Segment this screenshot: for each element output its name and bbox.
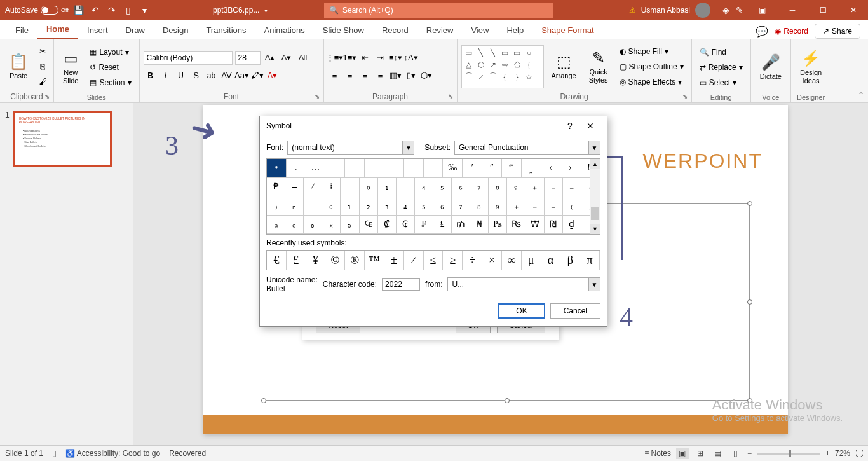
dialog-titlebar[interactable]: Symbol ? ✕ [260,116,607,135]
recent-symbol-cell[interactable]: ™ [365,251,384,270]
symbol-cell[interactable]: ₍ [563,196,581,215]
symbol-cell[interactable]: ₇ [452,196,470,215]
symbol-cell[interactable]: ₃ [378,196,397,215]
symbol-cell[interactable]: ₤ [433,216,452,234]
reset-button[interactable]: ↺ Reset [86,60,135,74]
replace-button[interactable]: ⇄ Replace ▾ [696,60,747,74]
language-icon[interactable]: ▯ [52,449,57,458]
symbol-cell[interactable]: ₆ [433,196,452,215]
record-button[interactable]: ◉ Record [775,27,808,36]
quick-styles-button[interactable]: ✎Quick Styles [584,45,613,89]
symbol-cell[interactable]: ₈ [489,178,507,196]
symbol-cell[interactable]: ₔ [341,216,359,234]
recent-symbol-cell[interactable]: ≥ [443,251,463,270]
close-dialog-icon[interactable]: ✕ [580,121,600,131]
symbol-cell[interactable]: ⁞ [322,178,341,196]
layout-button[interactable]: ▦ Layout ▾ [86,45,135,59]
recent-symbol-cell[interactable]: ≤ [424,251,444,270]
symbol-cell[interactable]: ₥ [452,216,470,234]
autosave-toggle[interactable]: AutoSave Off [5,6,69,15]
symbol-cell[interactable]: ‴ [502,159,522,177]
symbol-cell[interactable]: ′ [463,159,482,177]
collapse-ribbon-icon[interactable]: ⌃ [858,91,864,100]
search-box[interactable]: 🔍 [324,3,553,18]
symbol-cell[interactable]: ‰ [443,159,463,177]
numbering-icon[interactable]: 1≡▾ [343,51,357,65]
symbol-cell[interactable]: ₆ [452,178,470,196]
symbol-cell[interactable]: ₓ [322,216,341,234]
symbol-cell[interactable]: ₄ [397,196,415,215]
close-button[interactable]: ✕ [839,0,868,20]
symbol-cell[interactable]: ″ [482,159,502,177]
shape-fill-button[interactable]: ◐ Shape Fill ▾ [616,45,688,58]
comments-icon[interactable]: 💬 [756,25,768,38]
slideshow-view-icon[interactable]: ▯ [729,448,742,459]
symbol-cell[interactable]: ₄ [415,178,433,196]
user-account[interactable]: ⚠ Usman Abbasi [621,3,718,18]
customize-qat-icon[interactable]: ▾ [139,4,151,17]
symbol-cell[interactable]: ₫ [563,216,581,234]
symbol-cell[interactable] [325,159,345,177]
symbol-cell[interactable]: ₁ [378,178,397,196]
symbol-cell[interactable] [304,196,322,215]
symbol-cell[interactable]: ₦ [470,216,489,234]
increase-indent-icon[interactable]: ⇥ [374,51,388,65]
symbol-cell[interactable]: ₋ [545,178,563,196]
recent-symbol-cell[interactable]: ± [384,251,404,270]
strikethrough-button[interactable]: ab [205,69,219,83]
symbol-cell[interactable]: ₱ [267,178,285,196]
arrange-button[interactable]: ⬚Arrange [546,45,581,89]
font-size-select[interactable] [235,51,261,65]
symbol-cell[interactable]: ‸ [522,159,541,177]
tab-view[interactable]: View [462,22,498,39]
symbol-cell[interactable] [341,178,359,196]
scroll-up-icon[interactable]: ▲ [590,159,600,169]
drawing-launcher-icon[interactable]: ⬊ [682,93,688,100]
font-combo[interactable]: (normal text)▼ [287,141,414,155]
dictate-button[interactable]: 🎤Dictate [755,45,787,90]
slide-counter[interactable]: Slide 1 of 1 [5,449,43,458]
title-menu-icon[interactable]: ▾ [264,7,268,14]
text-direction-icon[interactable]: ↕A▾ [404,51,418,65]
recent-symbol-cell[interactable]: α [541,251,561,270]
symbol-cell[interactable]: ₀ [322,196,341,215]
recent-symbol-cell[interactable]: ≠ [404,251,424,270]
recent-symbol-cell[interactable]: μ [522,251,541,270]
symbol-cell[interactable]: ₎ [267,196,285,215]
clipboard-launcher-icon[interactable]: ⬊ [44,93,50,100]
new-slide-button[interactable]: ▭New Slide [58,45,83,90]
symbol-cell[interactable]: ₊ [526,178,545,196]
symbol-cell[interactable]: ₊ [507,196,526,215]
line-spacing-icon[interactable]: ≡↕▾ [389,51,403,65]
symbol-cell[interactable]: ₅ [415,196,433,215]
format-painter-icon[interactable]: 🖌 [36,75,50,89]
symbol-cell[interactable] [384,159,404,177]
maximize-button[interactable]: ☐ [808,0,837,20]
tab-insert[interactable]: Insert [78,22,117,39]
tab-review[interactable]: Review [417,22,463,39]
accessibility-button[interactable]: ♿ Accessibility: Good to go [65,449,160,458]
symbol-cell[interactable]: ₌ [563,178,581,196]
symbol-cell[interactable]: ₙ [285,196,304,215]
symbol-cell[interactable]: ₡ [378,216,397,234]
tab-transitions[interactable]: Transitions [197,22,255,39]
bold-button[interactable]: B [144,69,158,83]
tab-record[interactable]: Record [373,22,417,39]
select-button[interactable]: ▭ Select ▾ [696,76,747,90]
symbol-cell[interactable] [365,159,384,177]
recent-symbol-cell[interactable]: π [580,251,600,270]
columns-icon[interactable]: ▥▾ [389,69,403,83]
symbol-cell[interactable] [345,159,365,177]
align-left-icon[interactable]: ≡ [328,69,342,83]
zoom-level[interactable]: 72% [835,449,850,458]
symbol-scrollbar[interactable]: ▲ ▼ [590,159,600,234]
shadow-button[interactable]: S [189,69,203,83]
symbol-cell[interactable]: … [306,159,326,177]
symbol-cell[interactable]: • [267,159,287,177]
reading-view-icon[interactable]: ▤ [712,448,724,459]
italic-button[interactable]: I [159,69,173,83]
handle-icon[interactable] [261,398,266,403]
recent-symbol-cell[interactable]: × [482,251,502,270]
ok-button[interactable]: OK [498,303,545,319]
underline-button[interactable]: U [174,69,188,83]
